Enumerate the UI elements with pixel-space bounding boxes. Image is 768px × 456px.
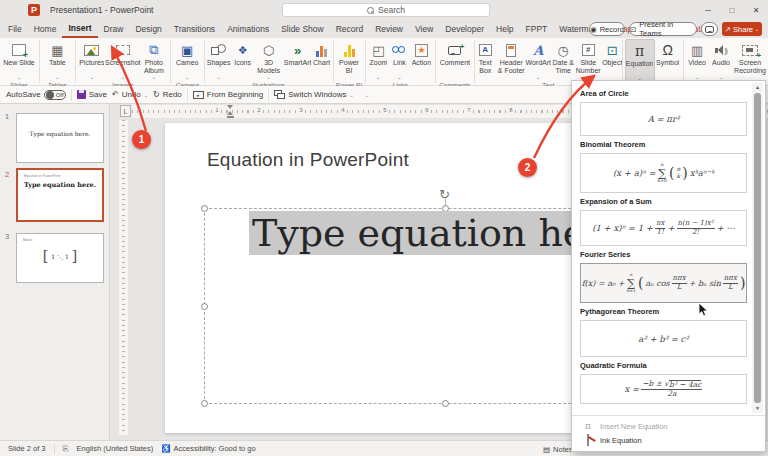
proofing-icon[interactable]: ⎘ bbox=[63, 444, 69, 454]
equation-pythagorean-theorem[interactable]: a² + b² = c² bbox=[580, 320, 747, 357]
slide-thumbnail-2-selected[interactable]: Equation in PowerPoint Type equation her… bbox=[16, 168, 104, 222]
mouse-cursor bbox=[698, 302, 710, 318]
tab-transitions[interactable]: Transitions bbox=[168, 20, 221, 38]
tab-record[interactable]: Record bbox=[330, 20, 369, 38]
comment-button[interactable]: + Comment bbox=[438, 39, 472, 81]
header-footer-button[interactable]: Header & Footer bbox=[497, 39, 525, 81]
save-icon bbox=[77, 90, 86, 99]
wordart-button[interactable]: A WordArt ⌄ bbox=[525, 39, 551, 81]
link-icon bbox=[392, 46, 407, 55]
save-button[interactable]: Save bbox=[77, 90, 107, 99]
chart-button[interactable]: Chart bbox=[312, 39, 332, 81]
accessibility-status[interactable]: ♿ Accessibility: Good to go bbox=[161, 444, 255, 453]
tab-insert[interactable]: Insert bbox=[62, 20, 97, 38]
undo-button[interactable]: ↶ Undo ⌄ bbox=[112, 90, 148, 99]
tab-animations[interactable]: Animations bbox=[221, 20, 275, 38]
cameo-button[interactable]: ▣ Cameo ⌄ bbox=[172, 39, 202, 81]
close-button[interactable]: ✕ bbox=[744, 0, 768, 20]
shapes-button[interactable]: Shapes ⌄ bbox=[206, 39, 232, 81]
present-in-teams-button[interactable]: ⊡ Present in Teams bbox=[629, 22, 697, 36]
equation-expansion-of-a-sum[interactable]: (1 + x)ⁿ = 1 + nx1! + n(n − 1)x²2! + ⋯ bbox=[580, 210, 747, 246]
gallery-scrollbar[interactable]: ▲ ▼ bbox=[752, 83, 763, 413]
slide-thumbnail-panel: 1 Type equation here. 2 Equation in Powe… bbox=[0, 104, 110, 440]
search-input[interactable]: Search bbox=[282, 3, 490, 17]
tab-slide-show[interactable]: Slide Show bbox=[275, 20, 330, 38]
object-button[interactable]: ⊡ Object bbox=[601, 39, 623, 81]
audio-button[interactable]: )) Audio ⌄ bbox=[709, 39, 733, 81]
tab-developer[interactable]: Developer bbox=[439, 20, 490, 38]
group-images: Pictures ⌄ Screenshot ⌄ ⧉ Photo Album ⌄ … bbox=[77, 38, 169, 85]
power-bi-icon bbox=[344, 44, 355, 57]
tab-stop-selector[interactable]: L bbox=[120, 105, 131, 117]
slide-number-button[interactable]: # Slide Number bbox=[575, 39, 601, 81]
smartart-button[interactable]: » SmartArt bbox=[284, 39, 312, 81]
equation-quadratic-formula[interactable]: x = −b ± √b² − 4ac 2a bbox=[580, 374, 747, 404]
comments-button[interactable] bbox=[701, 22, 718, 36]
switch-windows-button[interactable]: Switch Windows ⌄ bbox=[274, 90, 353, 99]
tab-view[interactable]: View bbox=[409, 20, 439, 38]
3d-cube-icon: ⬡ bbox=[263, 41, 274, 59]
indent-markers[interactable] bbox=[227, 105, 234, 118]
notes-button[interactable]: ▤ Notes bbox=[543, 445, 573, 454]
slide-counter: Slide 2 of 3 bbox=[8, 444, 46, 453]
tab-home[interactable]: Home bbox=[28, 20, 63, 38]
screen-recording-button[interactable]: + Screen Recording bbox=[733, 39, 767, 81]
new-comment-icon: + bbox=[448, 46, 461, 55]
tab-draw[interactable]: Draw bbox=[98, 20, 130, 38]
ribbon-tabs-bar: File Home Insert Draw Design Transitions… bbox=[0, 20, 768, 38]
equation-fourier-series[interactable]: f(x) = a₀ + ∞∑n=1 ( aₙ cos nπxL + bₙ sin… bbox=[580, 263, 747, 303]
omega-icon: Ω bbox=[662, 41, 672, 59]
equation-binomial-theorem[interactable]: (x + a)ⁿ = n∑k=0 ( nk ) xᵏaⁿ⁻ᵏ bbox=[580, 153, 747, 193]
tab-design[interactable]: Design bbox=[129, 20, 167, 38]
vertical-ruler[interactable] bbox=[119, 120, 128, 435]
text-box-button[interactable]: A Text Box bbox=[473, 39, 497, 81]
redo-button[interactable]: ↻ Redo bbox=[153, 90, 182, 99]
resize-handle-bottom-left[interactable] bbox=[201, 400, 208, 407]
equation-menu-footer: π Insert New Equation Ink Equation bbox=[572, 415, 765, 451]
maximize-button[interactable]: □ bbox=[720, 0, 744, 20]
zoom-button[interactable]: ◰ Zoom ⌄ bbox=[367, 39, 389, 81]
link-button[interactable]: Link ⌄ bbox=[389, 39, 409, 81]
ink-equation-item[interactable]: Ink Equation bbox=[572, 433, 765, 447]
tab-file[interactable]: File bbox=[2, 20, 28, 38]
icons-button[interactable]: ❖ Icons bbox=[232, 39, 254, 81]
share-button[interactable]: ↗ Share ⌄ bbox=[722, 22, 762, 36]
slide-number-icon: # bbox=[582, 44, 595, 56]
slide-title-text[interactable]: Equation in PowerPoint bbox=[207, 149, 409, 171]
power-bi-button[interactable]: Power BI bbox=[335, 39, 363, 81]
insert-new-equation-item[interactable]: π Insert New Equation bbox=[572, 419, 765, 433]
from-beginning-icon: ▸ bbox=[193, 91, 204, 99]
autosave-toggle[interactable]: AutoSave Off bbox=[6, 90, 66, 100]
resize-handle-middle-left[interactable] bbox=[201, 303, 208, 310]
rotate-handle-icon[interactable]: ↻ bbox=[439, 187, 450, 202]
from-beginning-button[interactable]: ▸ From Beginning bbox=[193, 90, 263, 99]
photo-album-button[interactable]: ⧉ Photo Album ⌄ bbox=[139, 39, 169, 81]
symbol-button[interactable]: Ω Symbol bbox=[655, 39, 681, 81]
scroll-down-icon[interactable]: ▼ bbox=[755, 404, 760, 413]
record-button[interactable]: ◉ Record bbox=[589, 22, 625, 36]
resize-handle-bottom-middle[interactable] bbox=[442, 400, 449, 407]
tab-review[interactable]: Review bbox=[369, 20, 409, 38]
slide-thumbnail-1[interactable]: Type equation here. bbox=[16, 113, 104, 163]
tab-help[interactable]: Help bbox=[490, 20, 519, 38]
tab-fppt[interactable]: FPPT bbox=[520, 20, 554, 38]
language-status[interactable]: English (United States) bbox=[77, 444, 154, 453]
minimize-button[interactable]: ─ bbox=[696, 0, 720, 20]
new-slide-button[interactable]: + New Slide ⌄ bbox=[1, 39, 37, 81]
pictures-button[interactable]: Pictures ⌄ bbox=[77, 39, 107, 81]
equation-button[interactable]: π Equation ⌄ bbox=[625, 39, 655, 83]
action-star-icon: ★ bbox=[415, 44, 428, 57]
group-illustrations: Shapes ⌄ ❖ Icons ⬡ 3D Models ⌄ » SmartAr… bbox=[206, 38, 332, 85]
equation-area-of-circle[interactable]: A = πr² bbox=[580, 102, 747, 136]
slide-thumbnail-3[interactable]: Matrix [1 ⋱ 1] bbox=[16, 233, 104, 283]
action-button[interactable]: ★ Action bbox=[409, 39, 433, 81]
video-button[interactable]: ▥ Video ⌄ bbox=[685, 39, 709, 81]
3d-models-button[interactable]: ⬡ 3D Models ⌄ bbox=[254, 39, 284, 81]
date-time-button[interactable]: ◷ Date & Time bbox=[551, 39, 575, 81]
date-time-icon: ◷ bbox=[558, 41, 569, 59]
qat-overflow-button[interactable]: ⌄ bbox=[365, 92, 369, 98]
scroll-up-icon[interactable]: ▲ bbox=[755, 83, 760, 92]
screenshot-button[interactable]: Screenshot ⌄ bbox=[107, 39, 139, 81]
table-button[interactable]: ▦ Table ⌄ bbox=[41, 39, 73, 81]
scrollbar-thumb[interactable] bbox=[754, 93, 761, 403]
